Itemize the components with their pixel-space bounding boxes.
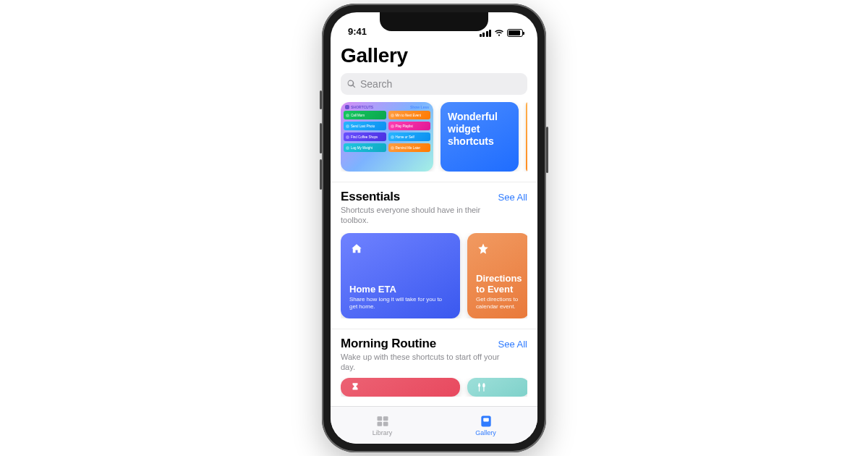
tab-gallery[interactable]: Gallery xyxy=(434,407,537,444)
tab-bar: Library Gallery xyxy=(331,406,537,444)
widget-header: SHORTCUTS Show Less xyxy=(344,105,430,111)
wifi-icon xyxy=(494,30,504,37)
home-icon xyxy=(349,242,364,256)
shortcut-card-directions[interactable]: Directions to Event Get directions to ca… xyxy=(467,233,527,318)
svg-rect-2 xyxy=(377,422,382,426)
status-icons xyxy=(480,29,524,37)
search-input[interactable]: Search xyxy=(341,73,527,95)
morning-header: Morning Routine See All xyxy=(341,337,527,351)
search-placeholder: Search xyxy=(360,78,392,90)
widget-item: Min to Next Event xyxy=(388,111,431,119)
hero-card-featured[interactable]: Wonderful widget shortcuts xyxy=(441,102,519,172)
essentials-header: Essentials See All xyxy=(341,190,527,204)
section-title: Essentials xyxy=(341,190,400,204)
mute-switch xyxy=(320,90,322,109)
section-title: Morning Routine xyxy=(341,337,436,351)
see-all-link[interactable]: See All xyxy=(498,192,527,203)
widget-item: Call Mom xyxy=(344,111,386,119)
volume-down xyxy=(320,159,322,190)
tab-label: Gallery xyxy=(475,429,496,436)
notch xyxy=(380,12,488,31)
search-icon xyxy=(346,79,357,89)
content: Gallery Search SHORTCUTS Show Less Call … xyxy=(331,38,537,406)
widget-grid: Call Mom Min to Next Event Send Last Pho… xyxy=(344,111,430,152)
card-title: Directions to Event xyxy=(476,273,521,295)
widget-item: Log My Weight xyxy=(344,143,386,152)
card-title: Home ETA xyxy=(349,284,451,295)
cellular-icon xyxy=(480,30,492,37)
divider xyxy=(331,182,537,182)
divider xyxy=(331,329,537,329)
svg-rect-0 xyxy=(377,416,382,421)
grid-icon xyxy=(375,414,391,428)
morning-cards[interactable] xyxy=(341,378,527,397)
widget-item: Send Last Photo xyxy=(344,122,386,130)
section-subtitle: Wake up with these shortcuts to start of… xyxy=(341,352,500,373)
page-title: Gallery xyxy=(341,44,527,67)
utensils-icon xyxy=(475,381,489,393)
section-subtitle: Shortcuts everyone should have in their … xyxy=(341,205,500,226)
shortcut-card-home-eta[interactable]: Home ETA Share how long it will take for… xyxy=(341,233,460,318)
widget-item: Remind Me Later xyxy=(388,143,431,152)
iphone-mockup: 9:41 Gallery Search SHORTCUTS Show Less … xyxy=(322,4,546,452)
card-desc: Get directions to calendar event. xyxy=(476,296,521,311)
widget-item: Find Coffee Shops xyxy=(344,132,386,141)
widget-item: Play Playlist xyxy=(388,122,431,130)
screen: 9:41 Gallery Search SHORTCUTS Show Less … xyxy=(331,12,537,444)
svg-rect-5 xyxy=(483,418,489,421)
tab-label: Library xyxy=(373,429,393,436)
star-icon xyxy=(476,242,490,256)
hero-card-widgets[interactable]: SHORTCUTS Show Less Call Mom Min to Next… xyxy=(341,102,433,172)
svg-rect-3 xyxy=(383,422,388,426)
volume-up xyxy=(320,123,322,153)
gallery-icon xyxy=(478,414,494,428)
hero-featured-title: Wonderful widget shortcuts xyxy=(448,111,511,147)
status-time: 9:41 xyxy=(348,26,367,37)
essentials-cards[interactable]: Home ETA Share how long it will take for… xyxy=(341,233,527,318)
svg-rect-1 xyxy=(383,416,388,421)
hero-carousel[interactable]: SHORTCUTS Show Less Call Mom Min to Next… xyxy=(341,102,527,172)
tab-library[interactable]: Library xyxy=(331,407,434,444)
shortcut-card-morning-2[interactable] xyxy=(467,378,527,397)
hero-card-peek[interactable] xyxy=(526,102,527,172)
power-button xyxy=(546,127,548,173)
card-desc: Share how long it will take for you to g… xyxy=(349,296,451,311)
widget-item: Home or Self xyxy=(388,132,431,141)
hourglass-icon xyxy=(348,381,362,393)
battery-icon xyxy=(507,29,523,37)
shortcut-card-morning-1[interactable] xyxy=(341,378,460,397)
see-all-link[interactable]: See All xyxy=(498,339,527,350)
